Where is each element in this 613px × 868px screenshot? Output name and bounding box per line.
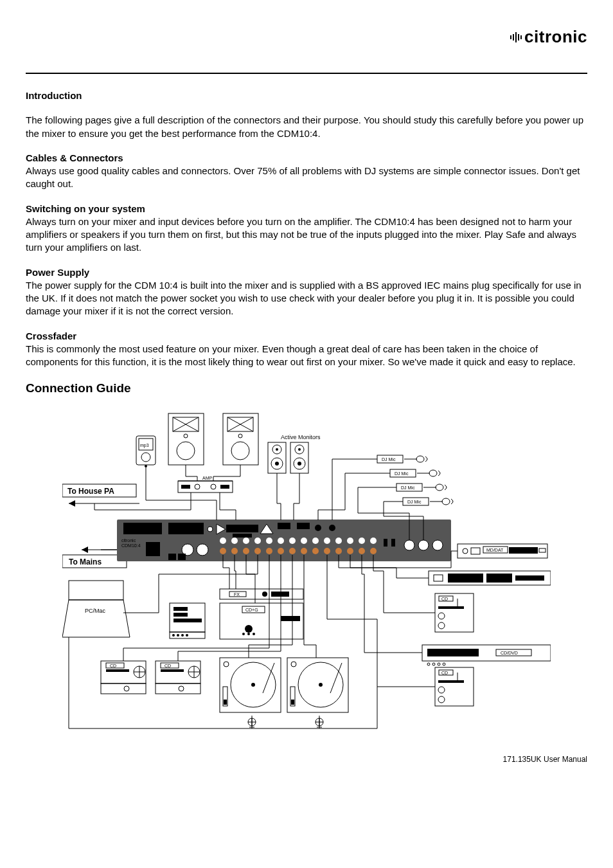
svg-point-86 bbox=[370, 538, 377, 544]
svg-point-20 bbox=[195, 484, 200, 489]
dj-mic-1-icon: DJ Mic bbox=[377, 455, 427, 463]
svg-rect-111 bbox=[509, 547, 538, 554]
svg-point-122 bbox=[262, 592, 267, 597]
svg-point-45 bbox=[436, 484, 443, 491]
cd-player-stack-left-icon: CD bbox=[101, 661, 146, 694]
svg-point-91 bbox=[266, 548, 272, 554]
svg-point-10 bbox=[238, 434, 242, 438]
svg-point-187 bbox=[427, 663, 430, 665]
svg-rect-102 bbox=[391, 539, 395, 547]
svg-point-103 bbox=[404, 540, 414, 550]
svg-rect-141 bbox=[69, 581, 123, 600]
page-header: citronic bbox=[26, 26, 587, 57]
speaker-right-icon bbox=[223, 413, 258, 465]
svg-point-89 bbox=[243, 548, 249, 554]
svg-point-75 bbox=[243, 538, 249, 544]
svg-text:FX: FX bbox=[234, 592, 240, 597]
svg-point-15 bbox=[141, 453, 150, 462]
svg-point-71 bbox=[315, 525, 321, 531]
svg-rect-69 bbox=[278, 523, 290, 529]
svg-point-96 bbox=[324, 548, 330, 554]
svg-text:SAT TV: SAT TV bbox=[490, 576, 505, 581]
heading-switching: Switching on your system bbox=[26, 203, 145, 214]
active-monitor-left-icon bbox=[268, 442, 286, 473]
svg-rect-118 bbox=[515, 575, 544, 581]
svg-point-4 bbox=[184, 434, 188, 438]
svg-point-73 bbox=[220, 538, 226, 544]
svg-rect-67 bbox=[168, 554, 176, 560]
brand-text: citronic bbox=[524, 26, 587, 48]
svg-rect-177 bbox=[291, 700, 294, 705]
svg-point-107 bbox=[463, 548, 468, 554]
body-crossfader: This is commonly the most used feature o… bbox=[26, 343, 576, 367]
svg-rect-123 bbox=[271, 592, 289, 597]
svg-point-5 bbox=[177, 442, 195, 460]
header-divider bbox=[26, 73, 587, 74]
dj-mic-3-icon: DJ Mic bbox=[396, 484, 447, 491]
fx-unit-icon: FX bbox=[220, 589, 303, 599]
svg-point-104 bbox=[418, 540, 429, 550]
svg-rect-184 bbox=[427, 649, 479, 656]
svg-point-33 bbox=[298, 462, 301, 466]
svg-point-79 bbox=[289, 538, 296, 544]
svg-point-196 bbox=[438, 613, 445, 619]
speaker-left-icon bbox=[168, 413, 204, 465]
svg-point-138 bbox=[247, 633, 250, 635]
svg-text:citronic: citronic bbox=[121, 538, 136, 543]
svg-rect-56 bbox=[168, 523, 204, 534]
svg-rect-115 bbox=[448, 574, 483, 583]
svg-line-178 bbox=[330, 663, 342, 693]
label-to-mains: To Mains bbox=[69, 557, 102, 566]
svg-point-88 bbox=[231, 548, 238, 554]
svg-text:CD: CD bbox=[164, 664, 171, 668]
svg-point-61 bbox=[208, 527, 213, 532]
svg-point-137 bbox=[242, 633, 245, 635]
svg-point-93 bbox=[289, 548, 296, 554]
svg-point-190 bbox=[443, 663, 445, 665]
svg-rect-64 bbox=[146, 542, 160, 556]
svg-rect-128 bbox=[173, 607, 188, 611]
cd-stereo-top-icon: CD bbox=[435, 593, 474, 632]
svg-point-72 bbox=[329, 525, 335, 531]
svg-text:CD+G: CD+G bbox=[245, 608, 258, 612]
svg-rect-114 bbox=[434, 575, 443, 581]
svg-rect-147 bbox=[101, 683, 146, 694]
svg-rect-112 bbox=[539, 548, 546, 552]
svg-text:CD/DVD: CD/DVD bbox=[501, 651, 518, 655]
page-footer: 171.135UK User Manual bbox=[26, 754, 587, 764]
svg-marker-51 bbox=[69, 500, 75, 507]
svg-rect-68 bbox=[178, 554, 186, 560]
svg-point-134 bbox=[181, 634, 184, 637]
svg-rect-156 bbox=[155, 683, 200, 694]
svg-point-139 bbox=[253, 633, 255, 635]
heading-power: Power Supply bbox=[26, 267, 89, 278]
svg-point-87 bbox=[220, 548, 226, 554]
svg-point-85 bbox=[359, 538, 365, 544]
svg-rect-108 bbox=[471, 548, 480, 554]
svg-point-203 bbox=[438, 687, 445, 693]
diagram-svg: mp3 AMP Active Monitors DJ Mic DJ Mic DJ… bbox=[62, 407, 551, 741]
svg-point-99 bbox=[359, 548, 365, 554]
svg-point-100 bbox=[370, 548, 377, 554]
active-monitor-right-icon bbox=[290, 442, 308, 473]
svg-point-163 bbox=[251, 683, 255, 687]
svg-rect-130 bbox=[173, 619, 202, 622]
svg-point-135 bbox=[186, 634, 188, 637]
turntable-left-icon bbox=[220, 658, 281, 727]
amplifier-icon: AMP bbox=[178, 476, 233, 493]
svg-rect-161 bbox=[220, 658, 281, 712]
svg-text:MD/DAT: MD/DAT bbox=[486, 548, 504, 552]
svg-point-66 bbox=[197, 544, 208, 556]
svg-text:PC/Mac: PC/Mac bbox=[85, 608, 106, 614]
connection-diagram: mp3 AMP Active Monitors DJ Mic DJ Mic DJ… bbox=[26, 407, 587, 741]
svg-point-197 bbox=[438, 622, 445, 629]
svg-point-105 bbox=[432, 540, 443, 550]
svg-point-83 bbox=[335, 538, 342, 544]
svg-point-16 bbox=[145, 465, 147, 467]
svg-point-98 bbox=[347, 548, 353, 554]
body-introduction: The following pages give a full descript… bbox=[26, 114, 587, 140]
svg-point-28 bbox=[275, 462, 279, 466]
svg-point-77 bbox=[266, 538, 272, 544]
svg-point-174 bbox=[319, 683, 323, 687]
svg-rect-166 bbox=[224, 700, 227, 705]
